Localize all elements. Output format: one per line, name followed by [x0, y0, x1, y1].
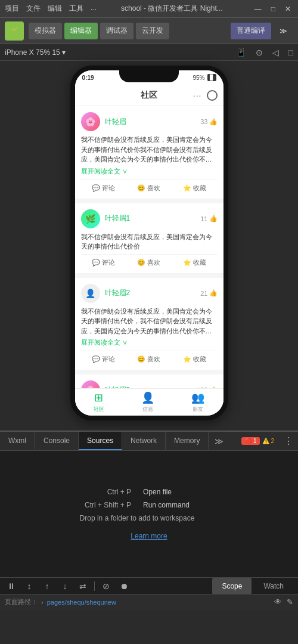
menu-file[interactable]: 文件: [26, 4, 41, 14]
shortcut-row-run: Ctrl + Shift + P Run command: [48, 501, 250, 509]
device-bar: iPhone X 75% 15 ▾ 📱 ⊙ ◁ □: [0, 44, 298, 61]
avatar-img: 🌱: [11, 27, 18, 34]
feed: 🌸 叶轻眉 33 👍 我不信伊朗会没有后续反应，美国肯定会为今天的事情付出代价你…: [75, 106, 224, 388]
nav-item-friends[interactable]: 👥 朋友: [191, 391, 204, 413]
post-actions: 💬 评论 😊 喜欢 ⭐ 收藏: [81, 179, 218, 193]
messages-icon: 👤: [141, 391, 154, 404]
devtools-menu-btn[interactable]: ⋮: [279, 432, 298, 450]
close-btn[interactable]: ✕: [283, 5, 293, 13]
learn-more-link[interactable]: Learn more: [131, 532, 167, 540]
like-btn[interactable]: 😊 喜欢: [137, 258, 160, 267]
warn-badge[interactable]: ⚠️ 2: [262, 438, 274, 444]
community-icon: ⊞: [94, 391, 103, 404]
phone-area: 0:19 95% ▊ 社区 ··· 🌸: [0, 61, 298, 431]
path-prefix: 页面路径：: [5, 597, 38, 606]
separator: [94, 581, 95, 591]
continue-btn[interactable]: ⇄: [76, 580, 89, 593]
post-card: 👤 叶轻眉2 21 👍 我不信伊朗会没有后续反应，美国肯定会为今天的事情付出代价…: [75, 278, 224, 370]
back-icon[interactable]: ◁: [272, 48, 279, 57]
post-header: 🌿 叶轻眉1 11 👍: [81, 209, 218, 228]
post-actions: 💬 评论 😊 喜欢 ⭐ 收藏: [81, 254, 218, 267]
nav-item-messages[interactable]: 👤 信息: [141, 391, 154, 413]
post-likes: 21 👍: [200, 289, 217, 297]
watch-tab[interactable]: Watch: [254, 578, 293, 595]
menu-bar: 项目 文件 编辑 工具 ... school - 微信开发者工具 Night..…: [0, 0, 298, 18]
post-header: 👤 叶轻眉2 21 👍: [81, 284, 218, 303]
menu-edit[interactable]: 编辑: [48, 4, 62, 14]
cloud-btn[interactable]: 云开发: [136, 23, 169, 39]
pause-btn[interactable]: ⏸: [5, 580, 18, 593]
home-icon[interactable]: □: [288, 48, 293, 57]
post-expand[interactable]: 展开阅读全文 ∨: [81, 338, 218, 347]
post-username[interactable]: 叶轻眉: [105, 117, 126, 127]
deactivate-btn[interactable]: ⊘: [100, 580, 113, 593]
header-circle-btn[interactable]: [207, 90, 218, 101]
post-card: 🌸 叶轻眉3 150 👍: [75, 374, 224, 388]
menu-project[interactable]: 项目: [5, 4, 19, 14]
tab-memory[interactable]: Memory: [166, 432, 209, 450]
menu-tools[interactable]: 工具: [69, 4, 83, 14]
step-out-btn[interactable]: ↓: [58, 580, 72, 593]
menu-more[interactable]: ...: [91, 4, 97, 14]
minimize-btn[interactable]: —: [252, 5, 264, 13]
post-username[interactable]: 叶轻眉2: [105, 288, 131, 298]
like-btn[interactable]: 😊 喜欢: [137, 355, 160, 364]
eye-icon[interactable]: 👁: [274, 597, 282, 606]
tab-more[interactable]: ≫: [209, 432, 229, 450]
post-avatar: 🌸: [81, 380, 100, 388]
scope-tab[interactable]: Scope: [212, 578, 252, 595]
comment-btn[interactable]: 💬 评论: [92, 355, 115, 364]
status-battery-text: 95%: [193, 75, 204, 81]
path-link[interactable]: pages/shequ/shequnew: [47, 599, 116, 606]
editor-btn[interactable]: 编辑器: [64, 23, 98, 39]
status-battery-icon: ▊: [207, 74, 216, 81]
more-tools-btn[interactable]: ≫: [274, 23, 293, 39]
header-dots[interactable]: ···: [193, 91, 202, 100]
app-title: 社区: [141, 90, 157, 101]
step-over-btn[interactable]: ↕: [23, 580, 36, 593]
status-time: 0:19: [82, 75, 94, 81]
post-header: 🌸 叶轻眉3 150 👍: [81, 380, 218, 388]
post-avatar: 🌿: [81, 209, 100, 228]
comment-btn[interactable]: 💬 评论: [92, 258, 115, 267]
phone-icon[interactable]: 📱: [236, 48, 246, 57]
nav-label-messages: 信息: [142, 405, 153, 413]
app-header-actions: ···: [193, 90, 218, 101]
device-label[interactable]: iPhone X 75% 15 ▾: [5, 48, 66, 57]
like-btn[interactable]: 😊 喜欢: [137, 184, 160, 193]
post-username[interactable]: 叶轻眉1: [105, 213, 131, 224]
record-btn[interactable]: ⏺: [117, 580, 131, 593]
comment-btn[interactable]: 💬 评论: [92, 184, 115, 193]
post-card: 🌸 叶轻眉 33 👍 我不信伊朗会没有后续反应，美国肯定会为今天的事情付出代价你…: [75, 106, 224, 199]
tab-network[interactable]: Network: [122, 432, 166, 450]
project-avatar: 🌱: [5, 21, 24, 41]
nav-item-community[interactable]: ⊞ 社区: [94, 391, 104, 413]
edit-icon[interactable]: ✎: [287, 597, 293, 606]
collect-btn[interactable]: ⭐ 收藏: [183, 355, 206, 364]
error-badge[interactable]: 🔴 1: [241, 437, 259, 445]
record-icon[interactable]: ⊙: [256, 48, 263, 57]
tab-sources[interactable]: Sources: [79, 432, 122, 450]
post-likes: 11 👍: [200, 215, 217, 222]
compile-btn[interactable]: 普通编译: [231, 23, 271, 39]
post-actions: 💬 评论 😊 喜欢 ⭐ 收藏: [81, 351, 218, 364]
scope-watch-tabs: Scope Watch: [212, 578, 293, 595]
simulator-btn[interactable]: 模拟器: [29, 23, 62, 39]
window-controls: — □ ✕: [252, 5, 293, 13]
collect-btn[interactable]: ⭐ 收藏: [183, 184, 206, 193]
path-bar: 页面路径： › pages/shequ/shequnew 👁 ✎: [0, 594, 298, 609]
app-header: 社区 ···: [75, 85, 224, 106]
shortcut-row-open: Ctrl + P Open file: [48, 488, 250, 496]
window-title: school - 微信开发者工具 Night...: [97, 4, 247, 14]
friends-icon: 👥: [191, 391, 204, 404]
tab-console[interactable]: Console: [35, 432, 79, 450]
phone-notch: [119, 70, 179, 82]
debug-btn[interactable]: 调试器: [100, 23, 134, 39]
post-expand[interactable]: 展开阅读全文 ∨: [81, 167, 218, 176]
maximize-btn[interactable]: □: [269, 5, 278, 13]
tab-wxml[interactable]: Wxml: [0, 432, 35, 450]
nav-label-community: 社区: [94, 405, 104, 413]
step-into-btn[interactable]: ↑: [41, 580, 54, 593]
post-avatar: 🌸: [81, 112, 100, 131]
collect-btn[interactable]: ⭐ 收藏: [183, 258, 206, 267]
